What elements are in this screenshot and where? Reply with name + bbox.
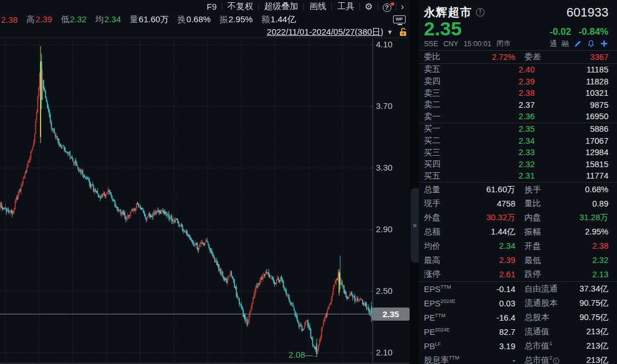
stat-value: 31.28万 xyxy=(574,212,608,223)
alert-bell-icon[interactable] xyxy=(586,39,595,48)
stat-label: 现手 xyxy=(424,198,460,209)
stat-label: 跌停 xyxy=(524,269,574,280)
fundamental-label: 流通股本 xyxy=(524,298,579,309)
stats-bar-value: 2.95% xyxy=(229,14,253,24)
date-range[interactable]: 2022/11/01-2024/05/27(380日) xyxy=(267,27,383,38)
level-price: 2.35 xyxy=(460,124,535,134)
stat-value: 2.39 xyxy=(460,256,515,265)
stat-value: 0.68% xyxy=(574,185,608,194)
level-label: 卖一 xyxy=(424,111,460,122)
settings-gear-icon[interactable]: ⚙ xyxy=(360,1,377,12)
level-price: 2.33 xyxy=(460,148,535,157)
stat-label: 总量 xyxy=(424,184,460,195)
candlestick-chart[interactable] xyxy=(0,0,410,364)
bid-row[interactable]: 买一2.355886 xyxy=(424,123,608,135)
bid-row[interactable]: 买二2.3417067 xyxy=(424,135,608,147)
fundamental-row: 股息率TTM-总市值2!213亿 xyxy=(424,353,608,364)
fundamental-row: EPS2024E0.03流通股本90.75亿 xyxy=(424,296,608,310)
fundamental-value: - xyxy=(466,356,515,364)
fundamental-row: PETTM-16.4总股本90.75亿 xyxy=(424,310,608,325)
stats-bar-item: 2.38 xyxy=(1,15,18,25)
low-price-annotation: 2.08—→ xyxy=(289,350,318,359)
margin-flag-rong: 融 xyxy=(562,39,569,49)
ask-row[interactable]: 卖四2.3911828 xyxy=(424,75,608,87)
fundamental-label: EPS2024E xyxy=(424,298,466,308)
bid-row[interactable]: 买四2.3215815 xyxy=(424,158,608,170)
stats-bar-item: 低2.32 xyxy=(61,14,86,25)
help-icon[interactable]: ? xyxy=(378,2,396,12)
fundamental-value: 213亿 xyxy=(579,341,608,351)
weicha-label: 委差 xyxy=(524,51,574,62)
edit-pencil-icon[interactable] xyxy=(573,39,582,48)
stats-bar-item: 换0.68% xyxy=(177,14,211,25)
stat-label: 外盘 xyxy=(424,212,460,223)
notification-dot-icon xyxy=(391,2,394,6)
stats-bar-value: 2.32 xyxy=(70,14,86,24)
panel-divider: » xyxy=(410,0,419,364)
unlock-icon[interactable] xyxy=(399,27,407,37)
last-price-tag: 2.35 xyxy=(372,308,410,321)
chart-pane: F9 不复权 超级叠加 画线 工具 ⚙ ? › 2.38高2.39低2.32均2… xyxy=(0,0,410,364)
stat-row: 总量61.60万换手0.68% xyxy=(424,183,608,197)
level-label: 买二 xyxy=(424,135,460,146)
fundamental-value: 213亿 xyxy=(579,326,608,337)
fundamental-label: EPSTTM xyxy=(424,284,466,294)
stats-bar-label: 低 xyxy=(61,14,69,24)
level-price: 2.40 xyxy=(460,65,535,74)
info-icon[interactable]: ! xyxy=(553,358,559,364)
info-icon[interactable]: ! xyxy=(476,8,484,17)
wp-terminal-icon[interactable]: WP xyxy=(393,15,407,26)
fundamental-label: 流通值 xyxy=(524,326,579,337)
level-label: 卖四 xyxy=(424,76,460,87)
level-volume: 9875 xyxy=(535,100,608,110)
stats-bar-label: 换 xyxy=(177,14,186,24)
ask-row[interactable]: 卖五2.4011185 xyxy=(424,64,608,76)
fundamental-value: 3.19 xyxy=(466,342,515,351)
price-change-pct: -0.84% xyxy=(579,26,608,37)
stat-value: 2.95% xyxy=(574,227,608,236)
fundamentals: EPSTTM-0.14自由流通37.34亿EPS2024E0.03流通股本90.… xyxy=(419,282,617,364)
level-volume: 5886 xyxy=(535,124,608,134)
level-volume: 10321 xyxy=(535,88,608,98)
stat-row: 总额1.44亿振幅2.95% xyxy=(424,225,608,239)
stat-label: 开盘 xyxy=(524,241,574,252)
toolbar-item-tools[interactable]: 工具 xyxy=(332,1,359,12)
stats-bar-value: 0.68% xyxy=(186,14,211,24)
intraday-stats: 总量61.60万换手0.68%现手4758量比0.89外盘30.32万内盘31.… xyxy=(419,183,617,282)
y-axis-label: 2.50 xyxy=(376,286,392,296)
stat-value: 2.32 xyxy=(574,256,608,265)
currency-label: CNY xyxy=(443,40,458,48)
stat-label: 总额 xyxy=(424,227,460,237)
bid-row[interactable]: 买五2.3111774 xyxy=(424,170,608,182)
bid-row[interactable]: 买三2.3312984 xyxy=(424,147,608,159)
level-price: 2.36 xyxy=(460,112,535,121)
stat-value: 61.60万 xyxy=(460,184,515,195)
ask-row[interactable]: 卖二2.379875 xyxy=(424,99,608,111)
y-axis-label: 3.70 xyxy=(376,101,392,111)
stat-row: 均价2.34开盘2.38 xyxy=(424,239,608,253)
stat-value: 2.34 xyxy=(460,241,515,250)
stat-value: 2.13 xyxy=(574,270,608,279)
toolbar-item-f9[interactable]: F9 xyxy=(202,2,222,11)
stat-label: 均价 xyxy=(424,241,460,252)
ask-row[interactable]: 卖三2.3810321 xyxy=(424,87,608,99)
dropdown-arrow-icon[interactable]: ▼ xyxy=(387,29,393,35)
y-axis-label: 2.90 xyxy=(376,224,392,234)
add-plus-icon[interactable] xyxy=(599,39,608,48)
level-label: 买四 xyxy=(424,159,460,169)
last-price-line xyxy=(0,314,372,314)
ask-row[interactable]: 卖一2.3616950 xyxy=(424,111,608,123)
level-label: 买一 xyxy=(424,123,460,134)
toolbar-item-super-overlay[interactable]: 超级叠加 xyxy=(259,1,303,12)
fundamental-label: PE2024E xyxy=(424,327,466,337)
toolbar-item-draw-line[interactable]: 画线 xyxy=(304,1,331,12)
stat-label: 换手 xyxy=(524,184,574,195)
level-volume: 15815 xyxy=(535,160,608,169)
toolbar-item-no-adjust[interactable]: 不复权 xyxy=(222,1,258,12)
stock-code: 601933 xyxy=(567,5,608,20)
fundamental-value: 213亿 xyxy=(579,355,608,364)
chevron-right-icon[interactable]: › xyxy=(396,2,408,12)
bid-levels: 买一2.355886买二2.3417067买三2.3312984买四2.3215… xyxy=(419,123,617,182)
collapse-panel-handle[interactable]: » xyxy=(411,188,419,262)
fundamental-label: PBLF xyxy=(424,341,466,351)
